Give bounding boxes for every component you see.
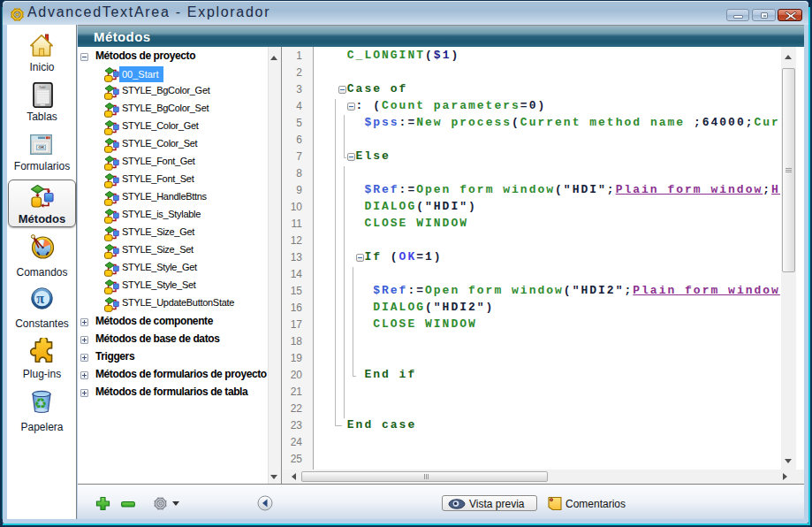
svg-text:Tabl: Tabl xyxy=(39,85,45,89)
svg-text:π: π xyxy=(36,291,44,306)
svg-text:OK: OK xyxy=(39,145,45,149)
svg-text:♻: ♻ xyxy=(34,395,48,411)
